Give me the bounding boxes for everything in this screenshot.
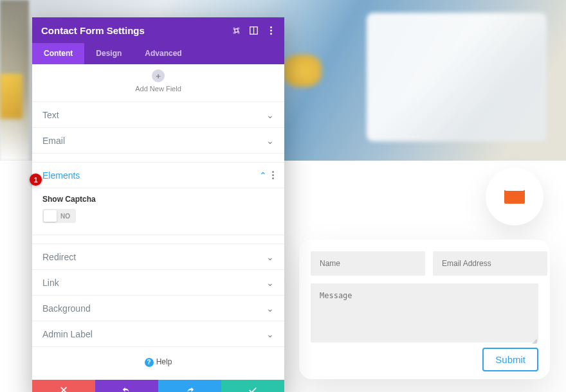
resize-handle-icon xyxy=(532,339,537,344)
email-fab[interactable] xyxy=(486,168,543,226)
panel-body: + Add New Field Text ⌄ Email ⌄ Elements … xyxy=(32,64,284,392)
panel-title: Contact Form Settings xyxy=(41,25,145,36)
tab-advanced[interactable]: Advanced xyxy=(133,43,193,64)
email-field[interactable] xyxy=(433,251,547,276)
toggle-value: NO xyxy=(60,213,70,220)
panel-header: Contact Form Settings xyxy=(32,17,284,43)
layout-icon[interactable] xyxy=(250,26,258,35)
hero-decor xyxy=(283,55,322,87)
chevron-down-icon: ⌄ xyxy=(266,136,274,146)
section-text[interactable]: Text ⌄ xyxy=(32,102,284,128)
section-label: Redirect xyxy=(42,252,76,262)
redo-button[interactable] xyxy=(158,380,221,392)
more-icon[interactable] xyxy=(272,171,274,179)
section-label: Background xyxy=(42,303,91,314)
show-captcha-toggle[interactable]: NO xyxy=(42,209,76,223)
name-field[interactable] xyxy=(311,251,425,276)
section-label: Link xyxy=(42,278,59,288)
close-button[interactable] xyxy=(32,380,95,392)
action-bar xyxy=(32,380,284,392)
elements-content: Show Captcha NO xyxy=(32,188,284,235)
chevron-down-icon: ⌄ xyxy=(266,252,274,262)
help-icon: ? xyxy=(145,358,154,367)
settings-panel: Contact Form Settings Content Design Adv… xyxy=(32,17,284,392)
chevron-up-icon: ⌃ xyxy=(259,170,267,181)
section-background[interactable]: Background ⌄ xyxy=(32,296,284,321)
spacer xyxy=(32,235,284,244)
section-label: Email xyxy=(42,136,65,146)
hero-decor xyxy=(367,13,547,141)
show-captcha-label: Show Captcha xyxy=(42,195,274,204)
mail-icon xyxy=(504,190,525,204)
annotation-badge-1: 1 xyxy=(30,174,42,186)
section-label: Admin Label xyxy=(42,329,93,339)
expand-icon[interactable] xyxy=(232,26,241,35)
spacer xyxy=(32,154,284,163)
plus-icon: + xyxy=(152,69,165,82)
tab-content[interactable]: Content xyxy=(32,43,84,64)
undo-button[interactable] xyxy=(95,380,158,392)
add-new-field[interactable]: + Add New Field xyxy=(32,64,284,102)
section-link[interactable]: Link ⌄ xyxy=(32,270,284,296)
message-field[interactable] xyxy=(311,283,538,343)
help-label: Help xyxy=(156,357,172,366)
section-email[interactable]: Email ⌄ xyxy=(32,128,284,154)
tabs: Content Design Advanced xyxy=(32,43,284,64)
add-field-label: Add New Field xyxy=(32,85,284,93)
chevron-down-icon: ⌄ xyxy=(266,329,274,339)
hero-decor xyxy=(0,74,23,119)
section-redirect[interactable]: Redirect ⌄ xyxy=(32,244,284,270)
chevron-down-icon: ⌄ xyxy=(266,303,274,314)
chevron-down-icon: ⌄ xyxy=(266,278,274,288)
section-elements[interactable]: Elements ⌃ xyxy=(32,163,284,188)
chevron-down-icon: ⌄ xyxy=(266,110,274,120)
more-icon[interactable] xyxy=(267,26,275,35)
section-admin-label[interactable]: Admin Label ⌄ xyxy=(32,321,284,347)
save-button[interactable] xyxy=(221,380,284,392)
contact-form-preview: Submit xyxy=(299,240,550,379)
submit-button[interactable]: Submit xyxy=(482,348,538,371)
tab-design[interactable]: Design xyxy=(84,43,133,64)
section-label: Elements xyxy=(42,170,80,181)
toggle-knob xyxy=(44,210,57,222)
section-label: Text xyxy=(42,110,59,120)
help-row[interactable]: ?Help xyxy=(32,347,284,380)
